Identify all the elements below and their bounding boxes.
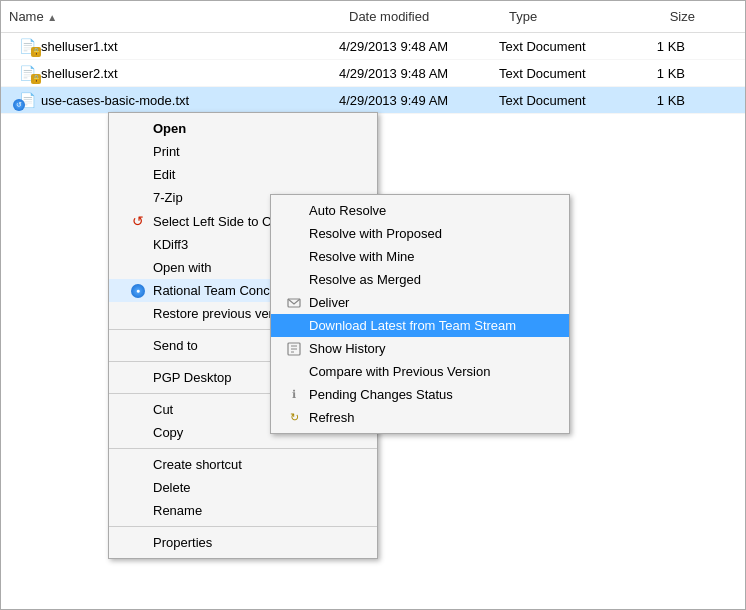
submenu-item-resolve-mine[interactable]: Resolve with Mine	[271, 245, 569, 268]
sort-arrow: ▲	[47, 12, 57, 23]
rtc-icon: ●	[129, 284, 147, 298]
file-type-cell: Text Document	[491, 37, 621, 56]
menu-item-properties[interactable]: Properties	[109, 531, 377, 554]
menu-item-create-shortcut[interactable]: Create shortcut	[109, 453, 377, 476]
file-date-cell: 4/29/2013 9:49 AM	[331, 91, 491, 110]
file-type-cell: Text Document	[491, 64, 621, 83]
submenu-item-auto-resolve[interactable]: Auto Resolve	[271, 199, 569, 222]
rtc-file-icon: 📄 ↺	[17, 92, 37, 108]
file-size-cell: 1 KB	[621, 91, 701, 110]
submenu-item-download-latest[interactable]: Download Latest from Team Stream	[271, 314, 569, 337]
file-icon: 📄 🔒	[17, 38, 37, 54]
rtc-submenu: Auto Resolve Resolve with Proposed Resol…	[270, 194, 570, 434]
submenu-item-resolve-merged[interactable]: Resolve as Merged	[271, 268, 569, 291]
rtc-logo-icon: ●	[131, 284, 145, 298]
file-size-cell: 1 KB	[621, 37, 701, 56]
refresh-icon: ↻	[285, 411, 303, 424]
submenu-item-compare-previous[interactable]: Compare with Previous Version	[271, 360, 569, 383]
menu-item-edit[interactable]: Edit	[109, 163, 377, 186]
file-explorer: Name ▲ Date modified Type Size 📄 🔒 shell…	[0, 0, 746, 610]
col-header-date[interactable]: Date modified	[341, 5, 501, 28]
file-name-cell: 📄 🔒 shelluser1.txt	[1, 36, 331, 56]
column-headers: Name ▲ Date modified Type Size	[1, 1, 745, 33]
menu-item-delete[interactable]: Delete	[109, 476, 377, 499]
lock-icon: 🔒	[31, 74, 41, 84]
table-row[interactable]: 📄 ↺ use-cases-basic-mode.txt 4/29/2013 9…	[1, 87, 745, 114]
menu-separator	[109, 448, 377, 449]
file-name-cell: 📄 ↺ use-cases-basic-mode.txt	[1, 90, 331, 110]
menu-item-open[interactable]: Open	[109, 117, 377, 140]
submenu-item-resolve-proposed[interactable]: Resolve with Proposed	[271, 222, 569, 245]
deliver-icon	[285, 296, 303, 310]
submenu-item-refresh[interactable]: ↻ Refresh	[271, 406, 569, 429]
submenu-item-deliver[interactable]: Deliver	[271, 291, 569, 314]
menu-item-rename[interactable]: Rename	[109, 499, 377, 522]
submenu-item-pending-changes[interactable]: ℹ Pending Changes Status	[271, 383, 569, 406]
pending-icon: ℹ	[285, 388, 303, 401]
table-row[interactable]: 📄 🔒 shelluser1.txt 4/29/2013 9:48 AM Tex…	[1, 33, 745, 60]
rtc-badge-icon: ↺	[13, 99, 25, 111]
lock-icon: 🔒	[31, 47, 41, 57]
file-date-cell: 4/29/2013 9:48 AM	[331, 37, 491, 56]
undo-icon: ↺	[129, 213, 147, 229]
submenu-item-show-history[interactable]: Show History	[271, 337, 569, 360]
menu-separator	[109, 526, 377, 527]
col-header-type[interactable]: Type	[501, 5, 631, 28]
table-row[interactable]: 📄 🔒 shelluser2.txt 4/29/2013 9:48 AM Tex…	[1, 60, 745, 87]
file-date-cell: 4/29/2013 9:48 AM	[331, 64, 491, 83]
col-header-size[interactable]: Size	[631, 5, 711, 28]
file-icon: 📄 🔒	[17, 65, 37, 81]
file-name-cell: 📄 🔒 shelluser2.txt	[1, 63, 331, 83]
file-type-cell: Text Document	[491, 91, 621, 110]
file-size-cell: 1 KB	[621, 64, 701, 83]
col-header-name[interactable]: Name ▲	[1, 5, 341, 28]
history-icon	[285, 342, 303, 356]
menu-item-print[interactable]: Print	[109, 140, 377, 163]
